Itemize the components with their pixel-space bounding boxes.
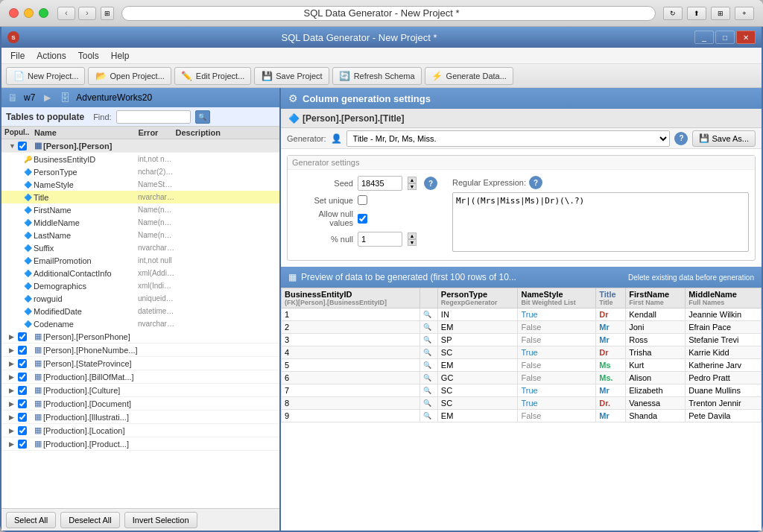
pct-null-input[interactable]	[358, 232, 402, 247]
cell-search[interactable]: 🔍	[420, 410, 437, 422]
list-item[interactable]: 🔷 PersonType nchar(2),not n	[1, 165, 279, 178]
forward-button[interactable]: ›	[78, 7, 96, 20]
list-item[interactable]: 🔑 BusinessEntityID int,not null, un	[1, 153, 279, 165]
pct-null-increment-button[interactable]: ▲	[408, 232, 417, 239]
cell-search[interactable]: 🔍	[420, 397, 437, 410]
table-checkbox[interactable]	[18, 386, 27, 395]
list-item[interactable]: 🔷 MiddleName Name(nvarch	[1, 216, 279, 229]
table-row[interactable]: ▼ ▦ [Person].[Person]	[1, 139, 279, 153]
table-row[interactable]: 1 🔍 IN True Dr Kendall Jeannie Wilkin	[282, 308, 762, 321]
seed-help-button[interactable]: ?	[424, 177, 437, 190]
table-row[interactable]: ▶ ▦ [Person].[StateProvince]	[1, 357, 279, 370]
menu-tools[interactable]: Tools	[72, 49, 105, 63]
back-button[interactable]: ‹	[57, 7, 75, 20]
list-item[interactable]: 🔷 Codename nvarchar(100),	[1, 317, 279, 330]
refresh-icon[interactable]: ↻	[663, 7, 683, 20]
generator-help-button[interactable]: ?	[674, 132, 688, 145]
table-row[interactable]: 6 🔍 GC False Ms. Alison Pedro Pratt	[282, 372, 762, 384]
fullscreen-icon[interactable]: ⊞	[711, 7, 730, 20]
table-row[interactable]: 2 🔍 EM False Mr Joni Efrain Pace	[282, 321, 762, 334]
table-checkbox[interactable]	[18, 359, 27, 368]
menu-file[interactable]: File	[4, 49, 31, 63]
regex-input[interactable]: Mr|((Mrs|Miss|Ms)|Dr)(\.?)	[452, 192, 749, 252]
expand-icon[interactable]: ▶	[9, 400, 16, 408]
list-item[interactable]: 🔷 Suffix nvarchar(10),n	[1, 241, 279, 254]
list-item[interactable]: 🔷 ModifiedDate datetime,not null	[1, 305, 279, 317]
minimize-button[interactable]	[24, 8, 34, 18]
table-row[interactable]: ▶ ▦ [Production].[Location]	[1, 424, 279, 437]
app-minimize-button[interactable]: _	[694, 31, 714, 44]
set-unique-checkbox[interactable]	[358, 195, 367, 205]
table-row[interactable]: 8 🔍 SC True Dr. Vanessa Trenton Jennir	[282, 397, 762, 410]
add-tab-button[interactable]: +	[735, 7, 754, 20]
cell-search[interactable]: 🔍	[420, 308, 437, 321]
list-item[interactable]: 🔷 EmailPromotion int,not null	[1, 254, 279, 267]
cell-search[interactable]: 🔍	[420, 321, 437, 334]
table-row[interactable]: ▶ ▦ [Person].[PhoneNumbe...]	[1, 343, 279, 357]
allow-null-checkbox[interactable]	[358, 214, 367, 224]
table-checkbox[interactable]	[18, 426, 27, 435]
table-row[interactable]: 4 🔍 SC True Dr Trisha Karrie Kidd	[282, 346, 762, 359]
expand-icon[interactable]: ▶	[9, 427, 16, 434]
cell-search[interactable]: 🔍	[420, 334, 437, 346]
find-input[interactable]	[116, 110, 191, 124]
menu-help[interactable]: Help	[105, 49, 136, 63]
table-row[interactable]: 3 🔍 SP False Mr Ross Stefanie Trevi	[282, 334, 762, 346]
generator-select[interactable]: Title - Mr, Dr, Ms, Miss.	[346, 130, 671, 147]
seed-input[interactable]	[358, 176, 402, 191]
cell-search[interactable]: 🔍	[420, 359, 437, 372]
table-checkbox[interactable]	[18, 413, 27, 422]
expand-icon[interactable]: ▼	[9, 142, 16, 150]
table-checkbox[interactable]	[18, 399, 27, 408]
cell-search[interactable]: 🔍	[420, 346, 437, 359]
expand-icon[interactable]: ▶	[9, 333, 16, 341]
invert-selection-button[interactable]: Invert Selection	[124, 512, 197, 528]
menu-actions[interactable]: Actions	[31, 49, 72, 63]
cell-search[interactable]: 🔍	[420, 384, 437, 397]
table-row[interactable]: ▶ ▦ [Production].[BillOfMat...]	[1, 370, 279, 384]
list-item[interactable]: 🔷 Title nvarchar(8),nu	[1, 191, 279, 203]
list-item[interactable]: 🔷 FirstName Name(nvarch	[1, 203, 279, 216]
maximize-button[interactable]	[39, 8, 48, 18]
table-row[interactable]: ▶ ▦ [Production].[Culture]	[1, 384, 279, 397]
table-checkbox[interactable]	[18, 332, 27, 341]
list-item[interactable]: 🔷 Demographics xml(Individual	[1, 279, 279, 292]
table-checkbox[interactable]	[18, 142, 27, 151]
table-row[interactable]: ▶ ▦ [Production].[Product...]	[1, 437, 279, 451]
table-row[interactable]: 9 🔍 EM False Mr Shanda Pete Davila	[282, 410, 762, 422]
regex-help-button[interactable]: ?	[529, 176, 542, 189]
save-project-button[interactable]: 💾 Save Project	[254, 67, 329, 85]
data-table-container[interactable]: BusinessEntityID (FK)[Person].[BusinessE…	[281, 288, 762, 531]
table-checkbox[interactable]	[18, 440, 27, 449]
seed-increment-button[interactable]: ▲	[408, 177, 417, 183]
generate-data-button[interactable]: ⚡ Generate Data...	[425, 67, 513, 85]
close-button[interactable]	[9, 8, 19, 18]
select-all-button[interactable]: Select All	[6, 512, 56, 528]
open-project-button[interactable]: 📂 Open Project...	[88, 67, 171, 85]
edit-project-button[interactable]: ✏️ Edit Project...	[174, 67, 251, 85]
expand-icon[interactable]: ▶	[9, 440, 16, 448]
expand-icon[interactable]: ▶	[9, 346, 16, 354]
expand-icon[interactable]: ▶	[9, 414, 16, 421]
app-close-button[interactable]: ✕	[736, 31, 756, 44]
table-row[interactable]: ▶ ▦ [Person].[PersonPhone]	[1, 330, 279, 343]
new-project-button[interactable]: 📄 New Project...	[6, 67, 85, 85]
list-item[interactable]: 🔷 rowguid uniqueidentifie	[1, 292, 279, 305]
deselect-all-button[interactable]: Deselect All	[60, 512, 119, 528]
table-row[interactable]: 7 🔍 SC True Mr Elizabeth Duane Mullins	[282, 384, 762, 397]
save-as-button[interactable]: 💾 Save As...	[692, 130, 756, 147]
pct-null-decrement-button[interactable]: ▼	[408, 239, 417, 246]
table-row[interactable]: 5 🔍 EM False Ms Kurt Katherine Jarv	[282, 359, 762, 372]
refresh-schema-button[interactable]: 🔄 Refresh Schema	[332, 67, 422, 85]
find-button[interactable]: 🔍	[195, 110, 210, 124]
table-checkbox[interactable]	[18, 346, 27, 355]
seed-decrement-button[interactable]: ▼	[408, 183, 417, 190]
list-item[interactable]: 🔷 AdditionalContactInfo xml(Addition	[1, 267, 279, 279]
table-row[interactable]: ▶ ▦ [Production].[Document]	[1, 397, 279, 411]
table-row[interactable]: ▶ ▦ [Production].[Illustrati...]	[1, 411, 279, 424]
table-checkbox[interactable]	[18, 373, 27, 381]
expand-icon[interactable]: ▶	[9, 360, 16, 367]
share-icon[interactable]: ⬆	[687, 7, 706, 20]
list-item[interactable]: 🔷 LastName Name(nvarch	[1, 229, 279, 241]
list-item[interactable]: 🔷 NameStyle NameStyle(bit	[1, 178, 279, 191]
